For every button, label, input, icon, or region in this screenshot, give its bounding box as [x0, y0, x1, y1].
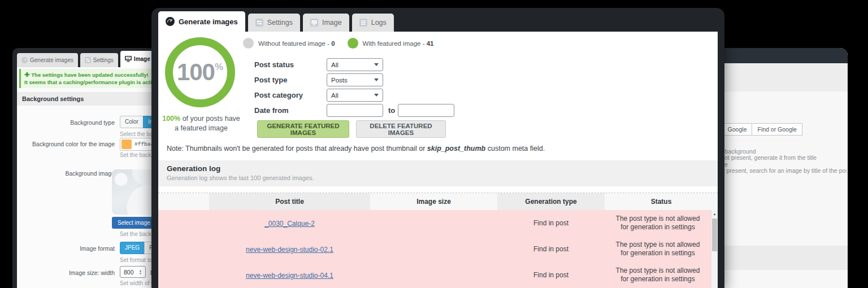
legend-item-without: Without featured image - 0 — [243, 38, 335, 49]
tab-label: Image — [134, 56, 150, 62]
description-line: ed background — [717, 149, 847, 155]
note-meta-key: skip_post_thumb — [427, 145, 486, 152]
delete-featured-images-button[interactable]: DELETE FEATURED IMAGES — [356, 120, 446, 138]
date-from-input[interactable] — [327, 104, 383, 117]
monitor-icon — [125, 56, 132, 62]
tab-settings[interactable]: Settings — [248, 14, 300, 32]
toggle-option-jpeg[interactable]: JPEG — [120, 242, 145, 254]
post-category-select[interactable]: All — [327, 89, 383, 102]
generation-log-subtitle: Generation log shows the last 100 genera… — [167, 174, 718, 181]
gauge-icon — [166, 17, 175, 26]
date-from-label: Date from — [254, 106, 323, 115]
background-image-preview — [112, 169, 154, 215]
left-tab-generate-images[interactable]: Generate images — [17, 53, 78, 67]
right-window: ate Google Find or Google xt ed backgrou… — [713, 48, 848, 288]
generation-type-cell: Find in post — [497, 271, 605, 279]
table-row: neve-web-design-studio-02.1 Find in post… — [158, 236, 711, 262]
status-cell: The post type is not allowed for generat… — [605, 267, 711, 283]
generation-log-title: Generation log — [167, 164, 718, 173]
post-title-link[interactable]: neve-web-design-studio-04.1 — [246, 272, 333, 280]
sliders-icon — [85, 57, 91, 63]
right-generation-type-toggle: ate Google Find or Google — [713, 123, 802, 136]
left-content: ✚ The settings have been updated success… — [17, 67, 159, 288]
table-scrollbar[interactable]: ▲ — [711, 210, 718, 288]
chevron-down-icon — [374, 78, 379, 81]
tab-label: Settings — [93, 57, 114, 63]
right-section-band-bottom — [713, 246, 848, 270]
post-type-select[interactable]: Posts — [327, 73, 383, 86]
post-title-link[interactable]: neve-web-design-studio-02.1 — [246, 246, 333, 254]
note-prefix: Note: Thumbnails won't be generated for … — [167, 145, 427, 152]
gray-dot-icon — [243, 38, 254, 49]
success-notice: ✚ The settings have been updated success… — [19, 69, 158, 88]
left-tab-settings[interactable]: Settings — [80, 53, 118, 67]
page-background: { "colors": { "accent_green": "#7cbb41",… — [0, 0, 868, 288]
donut-caption-rest: of your posts have a featured image — [175, 115, 240, 132]
generate-featured-images-button[interactable]: GENERATE FEATURED IMAGES — [257, 120, 349, 138]
background-type-label: Background type — [17, 119, 115, 126]
select-value: Posts — [331, 77, 348, 84]
right-option-descriptions: xt ed background s not present, generate… — [717, 142, 847, 174]
post-status-label: Post status — [254, 60, 323, 69]
post-type-label: Post type — [254, 76, 323, 84]
select-image-button[interactable]: Select image — [112, 217, 156, 229]
toggle-option-color[interactable]: Color — [120, 116, 144, 128]
main-window: Generate images Settings Image Logs 100%… — [151, 8, 724, 288]
tab-image[interactable]: Image — [303, 14, 349, 32]
post-status-select[interactable]: All — [327, 58, 383, 71]
left-tab-image[interactable]: Image — [120, 51, 155, 67]
color-swatch[interactable] — [121, 139, 132, 149]
toggle-option-google[interactable]: Google — [722, 123, 753, 136]
header-status: Status — [605, 193, 718, 210]
notice-line-2: It seems that a caching/performance plug… — [24, 78, 155, 86]
featured-image-donut-chart: 100% — [165, 37, 235, 107]
donut-caption-highlight: 100% — [162, 115, 180, 123]
post-category-label: Post category — [254, 91, 323, 99]
notice-line-1: The settings have been updated successfu… — [31, 72, 148, 78]
tab-generate-images[interactable]: Generate images — [158, 11, 245, 32]
chart-legend: Without featured image - 0 With featured… — [243, 38, 433, 49]
header-generation-type: Generation type — [497, 193, 605, 210]
right-section-band-top — [713, 63, 848, 91]
main-content: 100% 100% of your posts have a featured … — [158, 32, 718, 288]
generation-type-cell: Find in post — [497, 219, 605, 227]
left-tab-bar: Generate images Settings Image Logs — [17, 48, 159, 67]
monitor-icon — [310, 19, 318, 27]
background-image-label: Background image — [17, 170, 115, 177]
image-format-label: Image format — [17, 245, 115, 252]
list-icon — [359, 19, 367, 27]
chevron-down-icon — [374, 94, 379, 97]
log-table-body: _0030_Calque-2 Find in post The post typ… — [158, 210, 711, 288]
stepper-arrows-icon[interactable]: ▲▼ — [137, 267, 144, 277]
date-to-label: to — [388, 106, 395, 115]
table-row: neve-web-design-studio-04.1 Find in post… — [158, 262, 711, 288]
legend-item-with: With featured image - 41 — [348, 38, 434, 49]
status-cell: The post type is not allowed for generat… — [605, 241, 711, 258]
note-suffix: custom meta field. — [485, 145, 545, 152]
select-value: All — [331, 92, 338, 99]
donut-caption: 100% of your posts have a featured image — [159, 114, 243, 133]
tab-label: Generate images — [30, 57, 73, 63]
post-title-link[interactable]: _0030_Calque-2 — [264, 220, 315, 228]
sliders-icon — [255, 19, 263, 27]
scroll-up-icon[interactable]: ▲ — [711, 210, 718, 218]
scrollbar-thumb[interactable] — [712, 219, 717, 251]
description-line: xt — [717, 142, 847, 149]
generation-type-cell: Find in post — [497, 245, 605, 253]
left-window: Generate images Settings Image Logs ✚ Th… — [12, 48, 159, 288]
log-table-header: Post title Image size Generation type St… — [158, 193, 718, 210]
legend-text: Without featured image - — [258, 40, 329, 47]
background-color-label: Background color for the image — [17, 141, 115, 147]
generation-log-header: Generation log Generation log shows the … — [158, 160, 718, 186]
tab-label: Logs — [371, 19, 387, 27]
tab-label: Image — [322, 19, 342, 27]
donut-value: 100 — [177, 59, 215, 85]
tab-label: Generate images — [179, 18, 238, 26]
date-to-input[interactable] — [398, 104, 454, 117]
tab-logs[interactable]: Logs — [352, 14, 394, 32]
donut-percent-sign: % — [215, 62, 223, 72]
table-row: _0030_Calque-2 Find in post The post typ… — [158, 210, 711, 236]
toggle-option-find-or-google[interactable]: Find or Google — [752, 123, 802, 136]
chevron-down-icon — [374, 63, 379, 66]
header-image-size: Image size — [370, 193, 497, 210]
